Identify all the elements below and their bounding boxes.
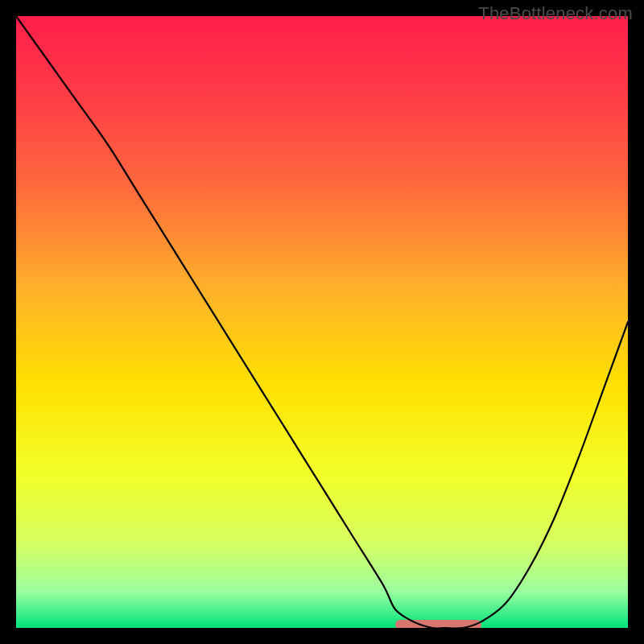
- bottleneck-curve: [16, 16, 628, 628]
- chart-frame: TheBottleneck.com: [0, 0, 644, 644]
- plot-area: [16, 16, 628, 628]
- watermark-text: TheBottleneck.com: [478, 3, 633, 24]
